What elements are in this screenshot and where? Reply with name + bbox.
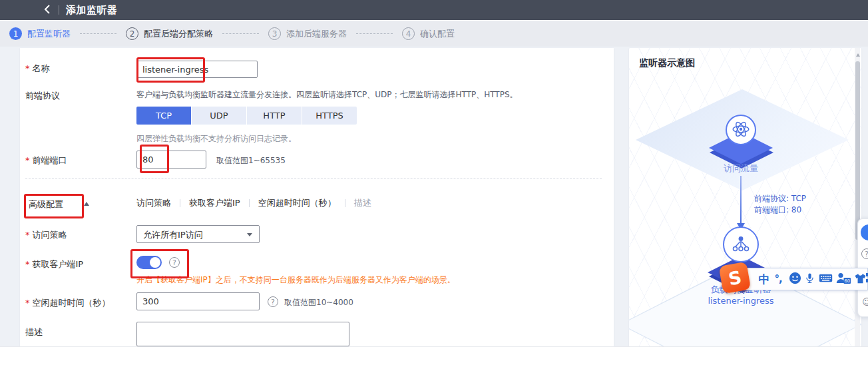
- traffic-label: 访问流量: [694, 163, 787, 175]
- advanced-links-row: 访问策略 获取客户端IP 空闲超时时间（秒） 描述: [136, 197, 371, 209]
- step-2-number: 2: [126, 27, 138, 40]
- link-separator: [180, 199, 180, 207]
- keyboard-icon: [819, 272, 833, 286]
- required-mark: *: [25, 298, 30, 308]
- help-icon[interactable]: ?: [169, 257, 180, 268]
- bottom-action-bar: 下一步：配置后端分配策略: [0, 346, 868, 375]
- port-hint: 取值范围1~65535: [216, 155, 286, 167]
- idle-timeout-input[interactable]: [136, 292, 260, 310]
- tshirt-icon: [854, 272, 867, 286]
- lb-listener-name: listener-ingress: [688, 296, 794, 306]
- diagram-protocol-text: 前端协议: TCP: [754, 193, 806, 204]
- sogou-ime-logo[interactable]: S: [719, 262, 752, 294]
- client-ip-warning: 开启【获取客户端IP】之后，不支持同一台服务器既作为后端服务器又作为客户端的场景…: [136, 274, 455, 286]
- name-label: *名称: [25, 63, 50, 75]
- chinese-mode-icon: 中: [759, 272, 770, 287]
- step-connector: [356, 33, 393, 34]
- protocol-note: 四层弹性负载均衡不支持分析访问日志记录。: [136, 133, 296, 145]
- help-icon[interactable]: ?: [268, 296, 278, 307]
- diagram-title: 监听器示意图: [639, 57, 695, 69]
- link-separator: [345, 199, 345, 207]
- section-divider: [25, 179, 602, 179]
- listener-diagram-panel: 监听器示意图 访问流量 前端协议: TCP 前端端口: 80: [629, 48, 861, 346]
- step-4-label: 确认配置: [420, 28, 455, 40]
- access-policy-value: 允许所有IP访问: [143, 229, 203, 241]
- port-input[interactable]: [136, 151, 206, 169]
- ime-language-button[interactable]: 中: [756, 268, 772, 290]
- idle-timeout-hint: 取值范围10~4000: [284, 297, 353, 308]
- ime-voice-button[interactable]: [802, 268, 817, 290]
- header-divider: [59, 5, 59, 15]
- diagram-port-text: 前端端口: 80: [754, 204, 806, 216]
- idle-timeout-label: *空闲超时时间（秒）: [25, 297, 110, 309]
- smiley-icon: [789, 272, 801, 286]
- add-listener-page: { "header": { "title": "添加监听器" }, "steps…: [0, 0, 868, 375]
- step-1-label: 配置监听器: [27, 28, 71, 40]
- required-mark: *: [25, 63, 30, 73]
- ime-wordcount-button[interactable]: 60: [834, 268, 853, 290]
- step-connector: [222, 33, 259, 34]
- punctuation-icon: °,: [774, 273, 781, 285]
- ime-keyboard-button[interactable]: [817, 268, 834, 290]
- helper-badge-icon[interactable]: [861, 224, 868, 240]
- required-mark: *: [25, 155, 30, 165]
- step-4-number: 4: [402, 27, 415, 40]
- advanced-link-idle-timeout[interactable]: 空闲超时时间（秒）: [258, 197, 336, 209]
- step-3-number: 3: [268, 27, 281, 40]
- required-mark: *: [25, 230, 30, 240]
- listener-form-card: *名称 前端协议 客户端与负载均衡监听器建立流量分发连接。四层监听请选择TCP、…: [20, 48, 614, 346]
- svg-text:60: 60: [845, 278, 850, 284]
- step-4-confirm: 4 确认配置: [402, 27, 455, 40]
- description-textarea[interactable]: [136, 322, 349, 346]
- step-1-number: 1: [9, 27, 22, 40]
- link-separator: [249, 199, 250, 207]
- ime-emoji-button[interactable]: [787, 268, 803, 290]
- ime-more-button[interactable]: [865, 268, 868, 290]
- ime-toolbar: 中 °,: [734, 268, 868, 290]
- required-mark: *: [25, 259, 30, 269]
- client-ip-toggle[interactable]: [136, 256, 162, 269]
- access-policy-label: *访问策略: [25, 229, 67, 241]
- traffic-node: [726, 115, 756, 145]
- load-balancer-hub-icon: [730, 233, 752, 256]
- access-policy-select[interactable]: 允许所有IP访问: [136, 225, 260, 243]
- feedback-face-icon[interactable]: ☺: [862, 296, 868, 307]
- step-wizard: 1 配置监听器 2 配置后端分配策略 3 添加后端服务器 4 确认配置: [0, 20, 868, 47]
- flow-arrow-line: [740, 176, 742, 224]
- step-2-backend-policy: 2 配置后端分配策略: [126, 27, 213, 40]
- advanced-link-access-policy[interactable]: 访问策略: [136, 197, 171, 209]
- name-input[interactable]: [136, 61, 258, 78]
- step-3-label: 添加后端服务器: [286, 28, 347, 40]
- step-1-configure-listener: 1 配置监听器: [9, 27, 71, 40]
- chevron-down-icon: [247, 233, 252, 236]
- advanced-link-description[interactable]: 描述: [354, 197, 371, 209]
- atom-icon: [731, 119, 751, 141]
- description-label: 描述: [25, 326, 43, 338]
- client-ip-label: *获取客户端IP: [25, 258, 83, 270]
- advanced-link-client-ip[interactable]: 获取客户端IP: [189, 197, 240, 209]
- protocol-tab-tcp[interactable]: TCP: [136, 107, 191, 125]
- protocol-tab-http[interactable]: HTTP: [247, 107, 302, 125]
- help-icon[interactable]: ?: [861, 248, 868, 259]
- step-connector: [80, 33, 116, 34]
- ime-punctuation-button[interactable]: °,: [771, 268, 785, 290]
- step-3-add-servers: 3 添加后端服务器: [268, 27, 347, 40]
- protocol-label: 前端协议: [25, 90, 60, 102]
- scrollbar-up-arrow[interactable]: [856, 53, 860, 57]
- back-button[interactable]: [41, 5, 52, 15]
- protocol-description: 客户端与负载均衡监听器建立流量分发连接。四层监听请选择TCP、UDP；七层监听请…: [136, 89, 518, 101]
- diagram-protocol-info: 前端协议: TCP 前端端口: 80: [754, 193, 806, 216]
- port-label: *前端端口: [25, 155, 67, 167]
- advanced-config-toggle-label[interactable]: 高级配置: [29, 198, 63, 210]
- toggle-knob: [150, 257, 160, 268]
- protocol-tab-group: TCP UDP HTTP HTTPS: [136, 107, 357, 125]
- person-count-icon: 60: [835, 272, 851, 287]
- load-balancer-node: [723, 226, 759, 262]
- protocol-tab-udp[interactable]: UDP: [192, 107, 246, 125]
- protocol-tab-https[interactable]: HTTPS: [302, 107, 357, 125]
- page-title: 添加监听器: [66, 4, 118, 17]
- scrollbar-thumb[interactable]: [855, 61, 860, 240]
- page-header: 添加监听器: [0, 0, 868, 20]
- collapse-arrow-icon[interactable]: [84, 202, 89, 206]
- step-2-label: 配置后端分配策略: [144, 28, 213, 40]
